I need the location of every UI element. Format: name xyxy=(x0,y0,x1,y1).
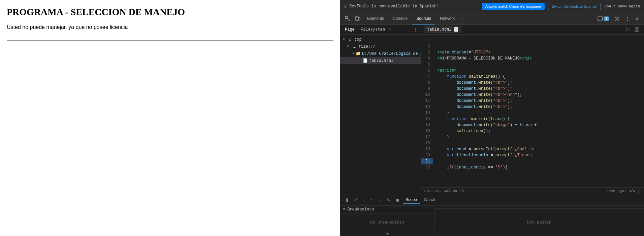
scope-panel-body: Not paused xyxy=(434,209,644,236)
tree-item-label-file: file:// xyxy=(358,44,375,49)
settings-icon-button[interactable] xyxy=(612,15,622,23)
source-tab-filename: tabla.html xyxy=(427,27,451,32)
source-panel-header: tabla.html ✕ {} xyxy=(421,25,644,35)
code-content[interactable]: <meta charset="UTF-8"> <h1>PROGRAMA - SE… xyxy=(433,35,644,187)
format-source-button[interactable]: {} xyxy=(625,28,630,32)
panel-tab-filesystem[interactable]: Filesystem xyxy=(359,27,387,33)
scope-watch-panel: Not paused xyxy=(434,206,644,236)
tree-arrow-top: ▼ xyxy=(343,38,346,41)
cursor-position: Line 21, Column 25 xyxy=(424,189,464,193)
devtools-toolbar: Elements Console Sources Network » 1 ⋮ ✕ xyxy=(340,13,644,25)
step-button[interactable]: → xyxy=(375,196,383,204)
tree-arrow-folder: ▼ xyxy=(352,52,354,55)
page-subtitle: Usted no puede manejar, ya que no posee … xyxy=(7,24,333,30)
step-out-button[interactable]: ↑ xyxy=(368,196,374,204)
tree-item-top[interactable]: ▼ ☐ top xyxy=(340,36,421,43)
tab-network[interactable]: Network xyxy=(436,13,459,25)
device-icon-button[interactable] xyxy=(353,15,362,23)
breakpoints-label: Breakpoints xyxy=(347,207,374,212)
folder-icon: 📁 xyxy=(356,51,361,56)
tree-item-folder[interactable]: ▼ 📁 D:/One Oracle/Logica de progr… xyxy=(340,50,421,57)
line-numbers: 1 2 3 4 5 6 7 8 9 10 11 12 13 14 15 16 1 xyxy=(421,35,433,187)
file-panel-header: Page Filesystem » ⋮ xyxy=(340,25,421,35)
not-paused-text: Not paused xyxy=(527,220,551,225)
scope-tab[interactable]: Scope xyxy=(403,196,420,204)
code-area[interactable]: 1 2 3 4 5 6 7 8 9 10 11 12 13 14 15 16 1 xyxy=(421,35,644,187)
notification-bar: ℹ DevTools is now available in Spanish! … xyxy=(340,0,644,13)
svg-rect-4 xyxy=(598,17,603,20)
main-page: PROGRAMA - SELECCION DE MANEJO Usted no … xyxy=(0,0,340,236)
tab-console[interactable]: Console xyxy=(389,13,412,25)
tab-more-icon: » xyxy=(459,16,464,21)
coverage-button[interactable]: ⬚ xyxy=(638,189,641,193)
bottom-toolbar: ⏸ ↺ ↓ ↑ → ✎ ⏺ Scope Watch xyxy=(340,194,644,206)
breakpoints-scroll xyxy=(340,232,434,236)
tree-item-file[interactable]: ▼ ☁ file:// xyxy=(340,43,421,50)
breakpoints-panel: ▼ Breakpoints No breakpoints xyxy=(340,206,434,236)
notification-text: DevTools is now available in Spanish! xyxy=(349,4,479,9)
devtools-panel: ℹ DevTools is now available in Spanish! … xyxy=(340,0,644,236)
scope-panel-header xyxy=(434,206,644,209)
panel-tab-page[interactable]: Page xyxy=(343,27,357,33)
step-into-button[interactable]: ↓ xyxy=(361,196,367,204)
more-options-button[interactable]: ⋮ xyxy=(623,15,632,23)
file-html-icon: 📄 xyxy=(362,58,368,63)
svg-rect-0 xyxy=(345,16,347,18)
tree-item-tabla-html[interactable]: ▶ 📄 tabla.html xyxy=(340,57,421,64)
tree-item-label-folder: D:/One Oracle/Logica de progr… xyxy=(362,51,421,56)
inspect-icon-button[interactable] xyxy=(343,15,352,23)
match-language-button[interactable]: Always match Chrome's language xyxy=(482,3,545,10)
svg-marker-9 xyxy=(386,233,389,235)
tree-item-label-tabla-html: tabla.html xyxy=(369,58,393,63)
page-title: PROGRAMA - SELECCION DE MANEJO xyxy=(7,7,333,17)
svg-rect-2 xyxy=(356,16,358,21)
messages-button[interactable]: 1 xyxy=(595,15,611,23)
tree-arrow-file: ▼ xyxy=(347,45,350,48)
breakpoints-header: ▼ Breakpoints xyxy=(340,206,434,213)
source-tab-close-button[interactable]: ✕ xyxy=(454,27,458,32)
close-devtools-button[interactable]: ✕ xyxy=(633,15,641,23)
minimap-button[interactable] xyxy=(633,26,641,33)
bottom-bar: ⏸ ↺ ↓ ↑ → ✎ ⏺ Scope Watch ▼ Breakpoints … xyxy=(340,194,644,236)
bottom-panels: ▼ Breakpoints No breakpoints Not paused xyxy=(340,206,644,236)
breakpoints-body: No breakpoints xyxy=(340,213,434,232)
svg-line-1 xyxy=(347,18,350,21)
tree-item-label-top: top xyxy=(354,37,362,42)
file-panel-more-button[interactable]: ⋮ xyxy=(413,27,418,32)
svg-rect-8 xyxy=(636,28,638,31)
messages-badge: 1 xyxy=(604,16,609,21)
tree-item-icon-top: ☐ xyxy=(348,37,353,42)
coverage-label: Coverage: n/a xyxy=(606,189,635,193)
panel-tab-more: » xyxy=(389,28,391,31)
svg-rect-3 xyxy=(358,17,360,20)
cloud-icon: ☁ xyxy=(352,44,357,49)
step-over-button[interactable]: ↺ xyxy=(352,196,360,204)
breakpoints-arrow[interactable]: ▼ xyxy=(343,207,345,212)
tab-sources[interactable]: Sources xyxy=(412,13,435,25)
switch-language-button[interactable]: Switch DevTools to Spanish xyxy=(548,3,601,10)
status-bar: Line 21, Column 25 Coverage: n/a ⬚ xyxy=(421,187,644,194)
info-icon: ℹ xyxy=(344,4,346,9)
pause-button[interactable]: ⏸ xyxy=(343,196,351,204)
source-tab-tabla-html[interactable]: tabla.html ✕ xyxy=(424,26,461,33)
watch-tab[interactable]: Watch xyxy=(421,196,438,204)
format-icon: {} xyxy=(625,28,630,32)
file-tree: ▼ ☐ top ▼ ☁ file:// ▼ 📁 D:/One Oracle/Lo… xyxy=(340,35,421,194)
no-breakpoints-text: No breakpoints xyxy=(370,220,404,225)
svg-point-6 xyxy=(616,18,618,20)
toolbar-right-icons: 1 ⋮ ✕ xyxy=(595,15,641,23)
file-panel: Page Filesystem » ⋮ ▼ ☐ top ▼ ☁ file:// xyxy=(340,25,421,194)
dont-show-label[interactable]: Don't show again xyxy=(604,4,640,8)
source-panel: tabla.html ✕ {} 1 2 3 4 5 xyxy=(421,25,644,194)
deactivate-breakpoints-button[interactable]: ✎ xyxy=(385,196,392,204)
devtools-body: Page Filesystem » ⋮ ▼ ☐ top ▼ ☁ file:// xyxy=(340,25,644,194)
tab-elements[interactable]: Elements xyxy=(363,13,388,25)
horizontal-rule xyxy=(7,40,333,41)
dont-pause-exceptions-button[interactable]: ⏺ xyxy=(393,196,401,204)
